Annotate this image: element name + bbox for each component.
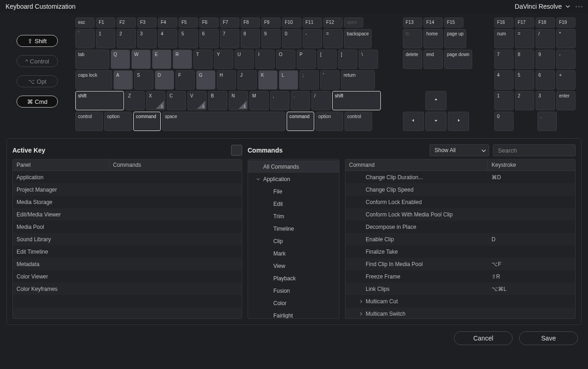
key-4[interactable]: 4	[158, 29, 177, 48]
key-r[interactable]: R	[173, 50, 192, 69]
tree-item[interactable]: Clip	[248, 235, 339, 247]
key-f[interactable]: F	[175, 70, 195, 90]
key-f11[interactable]: F11	[303, 17, 322, 28]
active-key-row[interactable]: Metadata	[13, 258, 242, 270]
key-7[interactable]: 7	[220, 29, 239, 48]
key-9[interactable]: 9	[261, 29, 281, 48]
key-backspace[interactable]: backspace	[344, 29, 372, 48]
key-f19[interactable]: F19	[556, 17, 576, 28]
active-key-row[interactable]: Project Manager	[13, 183, 242, 196]
command-row[interactable]: Change Clip Duration...⌘D	[345, 171, 575, 183]
active-key-row[interactable]: Color Keyframes	[13, 283, 242, 295]
key-f17[interactable]: F17	[515, 17, 534, 28]
key-u[interactable]: U	[235, 50, 254, 69]
key-delete[interactable]: delete	[403, 50, 422, 69]
search-input[interactable]	[493, 144, 576, 156]
tree-item[interactable]: Fairlight	[248, 309, 339, 319]
key-f2[interactable]: F2	[117, 17, 136, 28]
key-open[interactable]: open	[344, 17, 363, 28]
key-7[interactable]: 7	[494, 50, 514, 69]
col-command[interactable]: Command	[345, 159, 488, 170]
key--[interactable]: *	[556, 29, 576, 48]
key-0[interactable]: 0	[282, 29, 301, 48]
key-space[interactable]: space	[162, 112, 285, 131]
key--[interactable]: -	[556, 50, 576, 69]
modifier-control[interactable]: ^Control	[17, 55, 58, 67]
active-key-row[interactable]: Media Storage	[13, 196, 242, 208]
key-c[interactable]: C	[167, 91, 186, 110]
key-1[interactable]: 1	[96, 29, 115, 48]
key-5[interactable]: 5	[515, 70, 534, 90]
key--[interactable]: /	[536, 29, 555, 48]
key-3[interactable]: 3	[137, 29, 157, 48]
key-g[interactable]: G	[196, 70, 215, 90]
key-f13[interactable]: F13	[403, 17, 422, 28]
key--[interactable]: .	[537, 112, 557, 131]
command-row[interactable]: Multicam Switch	[345, 307, 575, 318]
tree-item[interactable]: Application	[248, 173, 339, 185]
key-j[interactable]: J	[237, 70, 257, 90]
key--[interactable]: ]	[338, 50, 357, 69]
key-0[interactable]: 0	[494, 112, 514, 131]
key--[interactable]: +	[556, 70, 576, 90]
key-f12[interactable]: F12	[323, 17, 343, 28]
key--[interactable]: `	[75, 29, 95, 48]
tree-item[interactable]: View	[248, 260, 339, 272]
tree-item[interactable]: All Commands	[248, 160, 339, 173]
key-caps-lock[interactable]: caps lock	[75, 70, 112, 90]
command-row[interactable]: Conform Lock Enabled	[345, 196, 575, 208]
key-s[interactable]: S	[134, 70, 153, 90]
command-row[interactable]: Conform Lock With Media Pool Clip	[345, 208, 575, 221]
key-f16[interactable]: F16	[494, 17, 514, 28]
key--[interactable]: .	[291, 91, 310, 110]
key--[interactable]: '	[320, 70, 339, 90]
col-keystroke[interactable]: Keystroke	[488, 159, 575, 170]
key-f5[interactable]: F5	[179, 17, 198, 28]
command-row[interactable]: Freeze Frame⇧R	[345, 270, 575, 283]
key-command[interactable]: command	[287, 112, 314, 131]
key-z[interactable]: Z	[125, 91, 145, 110]
key--[interactable]: ;	[300, 70, 319, 90]
key-d[interactable]: D	[155, 70, 174, 90]
key-shift[interactable]: shift	[332, 91, 381, 110]
arrow-left-key[interactable]	[403, 112, 424, 131]
key-enter[interactable]: enter	[556, 91, 576, 110]
key-num[interactable]: num	[494, 29, 514, 48]
filter-dropdown[interactable]: Show All	[430, 144, 489, 156]
key-home[interactable]: home	[424, 29, 443, 48]
arrow-down-key[interactable]	[425, 112, 447, 131]
command-row[interactable]: Finalize Take	[345, 245, 575, 258]
ellipsis-menu[interactable]	[576, 6, 582, 7]
key-option[interactable]: option	[316, 112, 343, 131]
cancel-button[interactable]: Cancel	[454, 331, 513, 345]
tree-item[interactable]: File	[248, 185, 339, 198]
command-row[interactable]: Decompose in Place	[345, 221, 575, 233]
preset-dropdown[interactable]: DaVinci Resolve	[515, 3, 570, 10]
key--[interactable]: =	[323, 29, 343, 48]
key-9[interactable]: 9	[536, 50, 555, 69]
col-commands[interactable]: Commands	[109, 159, 242, 170]
command-row[interactable]: Enable ClipD	[345, 233, 575, 245]
key-esc[interactable]: esc	[75, 17, 95, 28]
tree-item[interactable]: Color	[248, 297, 339, 309]
key-return[interactable]: return	[341, 70, 375, 90]
key-control[interactable]: control	[75, 112, 103, 131]
key-6[interactable]: 6	[536, 70, 555, 90]
key-5[interactable]: 5	[179, 29, 198, 48]
active-key-row[interactable]: Color Viewer	[13, 270, 242, 283]
tree-item[interactable]: Playback	[248, 272, 339, 284]
tree-item[interactable]: Fusion	[248, 284, 339, 297]
key-e[interactable]: E	[152, 50, 171, 69]
key-command[interactable]: command	[133, 112, 161, 131]
tree-item[interactable]: Edit	[248, 198, 339, 210]
key--[interactable]: /	[311, 91, 331, 110]
key-l[interactable]: L	[279, 70, 298, 90]
key-f3[interactable]: F3	[137, 17, 157, 28]
key-2[interactable]: 2	[515, 91, 534, 110]
key-end[interactable]: end	[424, 50, 443, 69]
key-f10[interactable]: F10	[282, 17, 301, 28]
command-row[interactable]: Find Clip In Media Pool⌥F	[345, 258, 575, 270]
arrow-up-key[interactable]	[425, 91, 447, 110]
key-fn[interactable]: fn	[403, 29, 422, 48]
command-row[interactable]: Change Clip Speed	[345, 183, 575, 196]
